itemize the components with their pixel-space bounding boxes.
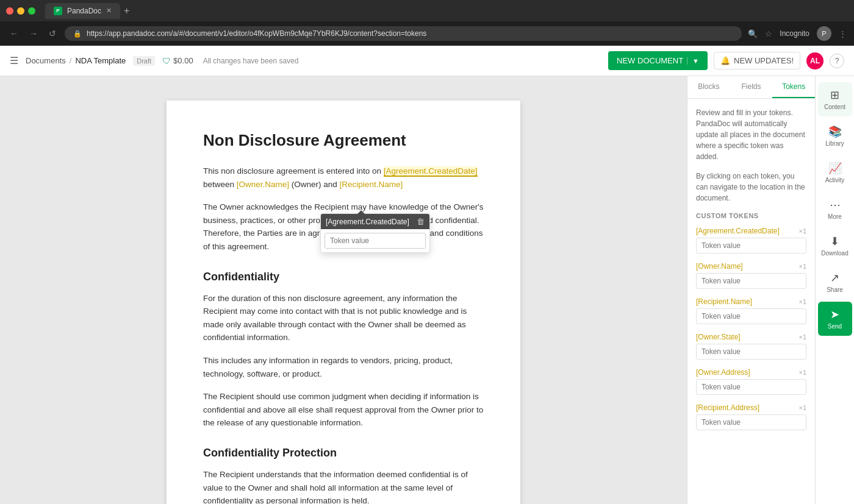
download-icon: ⬇ xyxy=(830,235,839,248)
token-popup-header: [Agreement.CreatedDate] 🗑 xyxy=(321,214,429,229)
shield-icon: 🛡 xyxy=(162,56,171,66)
sidebar-activity-button[interactable]: 📈 Activity xyxy=(818,155,852,190)
para1-text-middle: between xyxy=(203,180,237,189)
token-item-5: [Recipient.Address] ×1 xyxy=(696,403,806,430)
new-updates-button[interactable]: 🔔 NEW UPDATES! xyxy=(714,52,800,69)
document-area: Non Disclosure Agreement This non disclo… xyxy=(0,76,687,504)
para1-text-after: (Owner) and xyxy=(289,180,340,189)
tokens-panel: Blocks Fields Tokens Review and fill in … xyxy=(687,76,815,504)
incognito-label: Incognito xyxy=(780,29,809,38)
sidebar-more-button[interactable]: ⋯ More xyxy=(818,192,852,226)
token-item-2: [Recipient.Name] ×1 xyxy=(696,297,806,324)
token-input-4[interactable] xyxy=(696,379,806,395)
tab-title: PandaDoc xyxy=(67,7,101,15)
breadcrumb: Documents / NDA Template xyxy=(26,56,126,65)
bookmark-icon[interactable]: ☆ xyxy=(765,29,772,38)
token-name-1: [Owner.Name] ×1 xyxy=(696,262,806,271)
menu-button[interactable]: ☰ xyxy=(10,55,18,66)
panel-description2: By clicking on each token, you can navig… xyxy=(696,171,806,204)
token-input-3[interactable] xyxy=(696,344,806,360)
token-count-1: ×1 xyxy=(798,263,806,270)
token-popup-input[interactable] xyxy=(325,233,426,249)
download-label: Download xyxy=(821,250,848,257)
token-item-3: [Owner.State] ×1 xyxy=(696,333,806,360)
close-button[interactable] xyxy=(6,7,13,15)
token-name-0: [Agreement.CreatedDate] ×1 xyxy=(696,227,806,235)
new-tab-button[interactable]: + xyxy=(124,5,129,16)
heading-confidentiality: Confidentiality xyxy=(203,271,484,283)
token-count-2: ×1 xyxy=(798,298,806,305)
token-input-5[interactable] xyxy=(696,414,806,430)
token-item-1: [Owner.Name] ×1 xyxy=(696,262,806,289)
minimize-button[interactable] xyxy=(17,7,24,15)
send-icon: ➤ xyxy=(830,308,839,321)
token-popup: [Agreement.CreatedDate] 🗑 xyxy=(320,213,430,253)
search-icon[interactable]: 🔍 xyxy=(748,29,758,38)
help-button[interactable]: ? xyxy=(830,54,844,68)
token-popup-title: [Agreement.CreatedDate] xyxy=(326,218,409,226)
sidebar-share-button[interactable]: ↗ Share xyxy=(818,265,852,299)
breadcrumb-current: NDA Template xyxy=(75,56,126,65)
new-document-arrow: ▼ xyxy=(687,57,699,65)
draft-badge: Draft xyxy=(133,56,155,66)
profile-icon[interactable]: P xyxy=(817,26,831,41)
content-icon: ⊞ xyxy=(830,88,839,102)
icon-sidebar: ⊞ Content 📚 Library 📈 Activity ⋯ More ⬇ … xyxy=(815,76,854,504)
money-badge: 🛡 $0.00 xyxy=(162,56,193,66)
document-page: Non Disclosure Agreement This non disclo… xyxy=(167,101,520,504)
user-avatar[interactable]: AL xyxy=(806,52,824,69)
token-label-2[interactable]: [Recipient.Name] xyxy=(696,297,752,306)
tab-bar: P PandaDoc ✕ + xyxy=(45,3,848,19)
tab-tokens[interactable]: Tokens xyxy=(772,76,815,98)
token-item-4: [Owner.Address] ×1 xyxy=(696,368,806,395)
refresh-button[interactable]: ↺ xyxy=(46,26,59,41)
token-owner-name-inline[interactable]: [Owner.Name] xyxy=(237,180,289,189)
token-count-4: ×1 xyxy=(798,369,806,376)
token-name-3: [Owner.State] ×1 xyxy=(696,333,806,341)
library-icon: 📚 xyxy=(828,125,842,138)
library-label: Library xyxy=(825,140,844,147)
bell-icon: 🔔 xyxy=(720,56,730,65)
app-header: ☰ Documents / NDA Template Draft 🛡 $0.00… xyxy=(0,46,854,76)
token-label-5[interactable]: [Recipient.Address] xyxy=(696,403,759,412)
main-layout: Non Disclosure Agreement This non disclo… xyxy=(0,76,854,504)
token-popup-delete-button[interactable]: 🗑 xyxy=(417,217,425,226)
token-label-3[interactable]: [Owner.State] xyxy=(696,333,741,341)
breadcrumb-documents-link[interactable]: Documents xyxy=(26,56,66,65)
address-bar-right: 🔍 ☆ Incognito P ⋮ xyxy=(748,26,847,41)
panel-content: Review and fill in your tokens. PandaDoc… xyxy=(687,99,815,504)
token-input-2[interactable] xyxy=(696,308,806,324)
more-label: More xyxy=(828,213,842,220)
share-label: Share xyxy=(827,286,843,293)
panel-tabs: Blocks Fields Tokens xyxy=(687,76,815,99)
lock-icon: 🔒 xyxy=(73,30,82,38)
token-agreement-created-date[interactable]: [Agreement.CreatedDate] xyxy=(384,166,478,177)
sidebar-download-button[interactable]: ⬇ Download xyxy=(818,229,852,263)
token-recipient-name-inline[interactable]: [Recipient.Name] xyxy=(340,180,403,189)
back-button[interactable]: ← xyxy=(7,26,21,41)
extensions-icon[interactable]: ⋮ xyxy=(839,29,847,38)
token-label-1[interactable]: [Owner.Name] xyxy=(696,262,743,271)
new-document-label: NEW DOCUMENT xyxy=(617,56,683,65)
tab-fields[interactable]: Fields xyxy=(730,76,773,98)
money-value: $0.00 xyxy=(173,56,193,65)
token-input-1[interactable] xyxy=(696,273,806,289)
url-bar[interactable]: 🔒 https://app.pandadoc.com/a/#/document/… xyxy=(65,26,742,41)
token-label-0[interactable]: [Agreement.CreatedDate] xyxy=(696,227,780,235)
token-name-2: [Recipient.Name] ×1 xyxy=(696,297,806,306)
token-input-0[interactable] xyxy=(696,238,806,254)
tab-blocks[interactable]: Blocks xyxy=(687,76,730,98)
sidebar-content-button[interactable]: ⊞ Content xyxy=(818,82,852,116)
new-document-button[interactable]: NEW DOCUMENT ▼ xyxy=(608,51,708,70)
token-label-4[interactable]: [Owner.Address] xyxy=(696,368,750,377)
heading-confidentiality-protection: Confidentiality Protection xyxy=(203,447,484,460)
tab-close-button[interactable]: ✕ xyxy=(106,7,112,15)
more-icon: ⋯ xyxy=(830,198,841,211)
sidebar-send-button[interactable]: ➤ Send xyxy=(818,302,852,336)
forward-button[interactable]: → xyxy=(27,26,40,41)
active-tab[interactable]: P PandaDoc ✕ xyxy=(45,3,120,19)
activity-icon: 📈 xyxy=(828,161,842,175)
maximize-button[interactable] xyxy=(28,7,35,15)
token-count-3: ×1 xyxy=(798,333,806,341)
sidebar-library-button[interactable]: 📚 Library xyxy=(818,119,852,153)
